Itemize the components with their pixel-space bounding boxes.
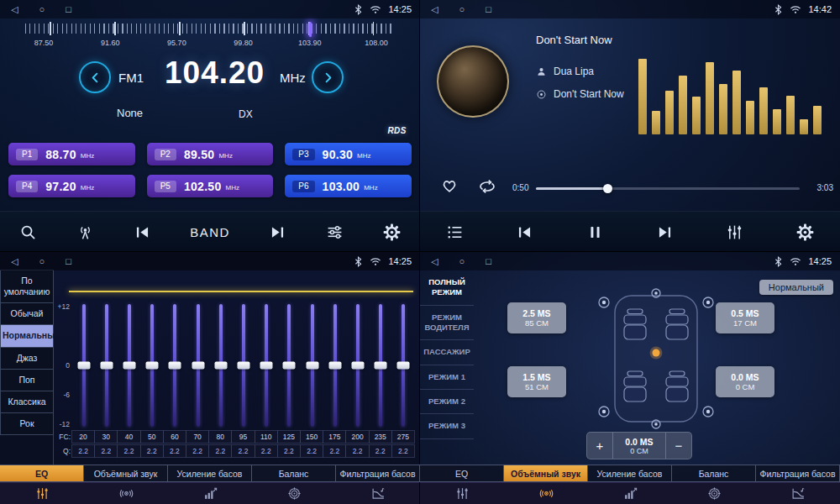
sound-tab-subwoofer-filter[interactable]: Фильтрация басов — [335, 465, 420, 482]
radio-preset-p5-button[interactable]: P5102.50MHz — [147, 175, 274, 197]
eq-preset-item[interactable]: Джаз — [0, 347, 54, 370]
radio-preset-p4-button[interactable]: P497.20MHz — [8, 175, 135, 197]
next-station-icon[interactable] — [269, 223, 286, 241]
repeat-icon[interactable] — [477, 176, 497, 200]
stage-mode-item[interactable]: РЕЖИМ ВОДИТЕЛЯ — [420, 306, 474, 341]
eq-band-slider[interactable] — [370, 302, 392, 428]
sound-tab-bass-boost[interactable]: Усиление басов — [587, 465, 672, 482]
sound-tab-balance[interactable]: Баланс — [251, 465, 336, 482]
eq-band-slider[interactable] — [323, 302, 346, 428]
tune-up-button[interactable] — [312, 61, 344, 93]
eq-band-slider[interactable] — [164, 302, 186, 428]
slider-handle[interactable] — [328, 362, 341, 370]
eq-band-slider[interactable] — [346, 302, 369, 428]
bass-boost-icon[interactable] — [168, 483, 252, 504]
playlist-icon[interactable] — [446, 223, 464, 241]
nav-home-icon[interactable]: ○ — [39, 252, 45, 270]
next-track-icon[interactable] — [656, 223, 674, 241]
seek-knob[interactable] — [603, 184, 612, 193]
sound-tab-equalizer[interactable]: EQ — [0, 465, 84, 482]
eq-preset-item[interactable]: Рок — [0, 412, 54, 435]
slider-handle[interactable] — [238, 362, 250, 370]
pause-icon[interactable] — [586, 223, 604, 241]
stage-mode-item[interactable]: РЕЖИМ 3 — [420, 414, 474, 438]
surround-icon[interactable] — [504, 483, 588, 504]
eq-preset-item[interactable]: По умолчанию — [0, 270, 54, 303]
balance-icon[interactable] — [252, 483, 336, 504]
eq-band-slider[interactable] — [95, 302, 118, 428]
radio-preset-p3-button[interactable]: P390.30MHz — [285, 143, 412, 165]
nav-back-icon[interactable]: ◁ — [11, 0, 18, 18]
sound-tab-surround[interactable]: Объёмный звук — [503, 465, 588, 482]
sound-tab-bass-boost[interactable]: Усиление басов — [167, 465, 252, 482]
radio-preset-p6-button[interactable]: P6103.00MHz — [285, 175, 412, 197]
eq-band-slider[interactable] — [278, 302, 301, 428]
equalizer-shortcut-icon[interactable] — [726, 223, 743, 241]
nav-home-icon[interactable]: ○ — [459, 252, 465, 270]
band-button[interactable]: BAND — [190, 225, 230, 239]
slider-handle[interactable] — [146, 362, 159, 370]
equalizer-icon[interactable] — [420, 483, 504, 504]
surround-icon[interactable] — [84, 483, 168, 504]
slider-handle[interactable] — [375, 362, 387, 370]
subwoofer-filter-icon[interactable] — [336, 483, 420, 504]
nav-home-icon[interactable]: ○ — [39, 0, 45, 18]
slider-handle[interactable] — [260, 362, 273, 370]
previous-track-icon[interactable] — [516, 223, 533, 241]
stage-mode-item[interactable]: ПАССАЖИР — [420, 340, 474, 365]
tune-down-button[interactable] — [79, 61, 111, 93]
sound-profile-button[interactable]: Нормальный — [759, 280, 833, 295]
nav-recents-icon[interactable]: □ — [486, 252, 491, 270]
nav-back-icon[interactable]: ◁ — [431, 252, 438, 270]
audio-adjust-icon[interactable] — [326, 223, 344, 241]
eq-preset-item[interactable]: Поп — [0, 369, 54, 391]
eq-band-slider[interactable] — [301, 302, 323, 428]
eq-preset-item[interactable]: Обычай — [0, 302, 54, 325]
equalizer-icon[interactable] — [0, 483, 84, 504]
seek-bar[interactable] — [536, 187, 800, 190]
stage-mode-item[interactable]: РЕЖИМ 1 — [420, 365, 474, 390]
eq-band-slider[interactable] — [141, 302, 164, 428]
slider-handle[interactable] — [123, 362, 136, 370]
increase-delay-button[interactable]: + — [587, 433, 612, 459]
eq-band-slider[interactable] — [209, 302, 232, 428]
station-search-icon[interactable] — [19, 223, 37, 241]
slider-handle[interactable] — [192, 362, 204, 370]
eq-preset-item[interactable]: Нормальный — [0, 324, 54, 347]
sound-tab-equalizer[interactable]: EQ — [420, 465, 504, 482]
slider-handle[interactable] — [169, 362, 181, 370]
radio-preset-p2-button[interactable]: P289.50MHz — [147, 143, 274, 165]
previous-station-icon[interactable] — [134, 223, 151, 241]
stage-mode-item[interactable]: ПОЛНЫЙ РЕЖИМ — [420, 270, 474, 306]
slider-handle[interactable] — [214, 362, 227, 370]
delay-rear-left-button[interactable]: 1.5 MS 51 CM — [507, 366, 566, 397]
sound-tab-balance[interactable]: Баланс — [671, 465, 756, 482]
slider-handle[interactable] — [100, 362, 113, 370]
bass-boost-icon[interactable] — [588, 483, 672, 504]
eq-band-slider[interactable] — [232, 302, 255, 428]
subwoofer-filter-icon[interactable] — [756, 483, 840, 504]
favorite-icon[interactable] — [440, 176, 459, 198]
eq-band-slider[interactable] — [186, 302, 209, 428]
settings-icon[interactable] — [383, 223, 401, 241]
eq-preset-item[interactable]: Классика — [0, 391, 54, 413]
settings-icon[interactable] — [796, 223, 814, 241]
nav-home-icon[interactable]: ○ — [459, 0, 465, 18]
eq-band-slider[interactable] — [72, 302, 95, 428]
slider-handle[interactable] — [352, 362, 365, 370]
delay-front-right-button[interactable]: 0.5 MS 17 CM — [716, 302, 774, 333]
sound-tab-subwoofer-filter[interactable]: Фильтрация басов — [755, 465, 840, 482]
stage-mode-item[interactable]: РЕЖИМ 2 — [420, 390, 474, 414]
nav-back-icon[interactable]: ◁ — [431, 0, 438, 18]
decrease-delay-button[interactable]: − — [666, 433, 691, 459]
radio-preset-p1-button[interactable]: P188.70MHz — [8, 143, 135, 165]
nav-recents-icon[interactable]: □ — [66, 0, 71, 18]
auto-scan-icon[interactable] — [76, 223, 94, 241]
eq-band-slider[interactable] — [118, 302, 140, 428]
nav-recents-icon[interactable]: □ — [486, 0, 491, 18]
slider-handle[interactable] — [306, 362, 318, 370]
nav-recents-icon[interactable]: □ — [66, 252, 71, 270]
nav-back-icon[interactable]: ◁ — [11, 252, 18, 270]
balance-icon[interactable] — [672, 483, 756, 504]
slider-handle[interactable] — [397, 362, 410, 370]
